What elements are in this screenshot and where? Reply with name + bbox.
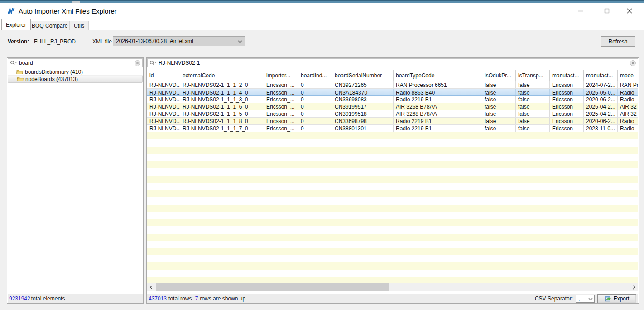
table-cell: RJ-NLNVDS02-1_1_1_7_0 <box>180 125 264 132</box>
table-cell: 0 <box>298 110 332 117</box>
table-cell: Ericsson_... <box>264 103 298 110</box>
xml-file-selected-value: 2026-01-13-06.00.28_AirTel.xml <box>116 38 193 44</box>
column-header-id[interactable]: id <box>147 70 180 81</box>
search-icon <box>8 60 19 66</box>
table-cell: AIR 3268 B78AA <box>394 110 482 117</box>
table-cell: Ericsson_... <box>264 125 298 132</box>
table-cell: false <box>482 118 516 124</box>
table-cell: RJ-NLNVD... <box>147 110 180 117</box>
rows-summary: 437013 total rows. 7 rows are shown up. <box>149 296 247 302</box>
table-row[interactable]: RJ-NLNVD...RJ-NLNVDS02-1_1_1_2_0Ericsson… <box>147 81 638 89</box>
table-cell: 2023-11-0... <box>584 125 618 132</box>
export-button[interactable]: Export <box>597 294 636 303</box>
table-row[interactable]: RJ-NLNVD...RJ-NLNVDS02-1_1_1_4_0Ericsson… <box>147 89 638 96</box>
tab-bar: Explorer BOQ Compare Utils <box>0 19 644 30</box>
table-cell: CN38801301 <box>332 125 394 132</box>
table-cell: RAN Pr <box>618 81 638 88</box>
tree-item[interactable]: nodeBoards (437013) <box>8 76 143 83</box>
table-cell: false <box>516 89 550 95</box>
version-label: Version: <box>8 38 29 45</box>
column-header-boardInd[interactable]: boardInd... <box>298 70 332 81</box>
table-cell: 0 <box>298 125 332 132</box>
table-row[interactable]: RJ-NLNVD...RJ-NLNVDS02-1_1_1_5_0Ericsson… <box>147 110 638 118</box>
table-row[interactable]: RJ-NLNVD...RJ-NLNVDS02-1_1_1_6_0Ericsson… <box>147 103 638 110</box>
table-cell: RJ-NLNVDS02-1_1_1_2_0 <box>180 81 264 88</box>
table-cell: RJ-NLNVDS02-1_1_1_3_0 <box>180 96 264 103</box>
column-header-externalCode[interactable]: externalCode <box>180 70 264 81</box>
clear-search-icon[interactable] <box>132 60 142 66</box>
tree-search-box <box>8 58 143 67</box>
total-rows-count: 437013 <box>149 296 167 302</box>
scrollbar-thumb[interactable] <box>156 283 389 291</box>
table-cell: false <box>482 96 516 103</box>
csv-separator-combobox[interactable]: , <box>576 295 595 303</box>
table-cell: false <box>482 103 516 110</box>
horizontal-scrollbar <box>147 283 638 291</box>
table-cell: false <box>482 81 516 88</box>
column-header-isOdukPr[interactable]: isOdukPr... <box>482 70 516 81</box>
xml-file-combobox[interactable]: 2026-01-13-06.00.28_AirTel.xml <box>113 36 245 46</box>
table-cell: Ericsson <box>550 110 584 117</box>
chevron-down-icon <box>238 40 242 43</box>
table-cell: 2020-06-2... <box>584 96 618 103</box>
table-cell: 0 <box>298 103 332 110</box>
shown-rows-count: 7 <box>195 296 198 302</box>
table-cell: 2025-04-2... <box>584 103 618 110</box>
folder-icon <box>17 76 24 82</box>
table-cell: Ericsson <box>550 96 584 103</box>
tree-item[interactable]: boardsDictionnary (410) <box>8 68 143 76</box>
table-cell: false <box>516 103 550 110</box>
table-cell: Ericsson <box>550 89 584 95</box>
maximize-button[interactable] <box>596 3 617 19</box>
explorer-tab-content: Version: FULL_RJ_PROD XML file 2026-01-1… <box>0 30 644 310</box>
table-search-box <box>147 58 638 67</box>
table-cell: 2024-07-2... <box>584 81 618 88</box>
table-cell: AIR 3268 B78AA <box>394 103 482 110</box>
tree-search-input[interactable] <box>19 59 132 67</box>
tab-boq-compare[interactable]: BOQ Compare <box>27 21 72 30</box>
table-cell: Radio 8863 B40 <box>394 89 482 95</box>
table-cell: 2025-04-2... <box>584 110 618 117</box>
column-header-manufact[interactable]: manufact... <box>550 70 584 81</box>
export-icon <box>605 296 611 302</box>
column-header-isTransp[interactable]: isTransp... <box>516 70 550 81</box>
csv-separator-value: , <box>578 296 580 302</box>
table-cell: RJ-NLNVD... <box>147 118 180 124</box>
column-header-boardTypeCode[interactable]: boardTypeCode <box>394 70 482 81</box>
table-row[interactable]: RJ-NLNVD...RJ-NLNVDS02-1_1_1_7_0Ericsson… <box>147 125 638 132</box>
column-header-mode[interactable]: mode <box>618 70 638 81</box>
column-header-importer[interactable]: importer... <box>264 70 298 81</box>
total-elements-count: 9231942 <box>9 296 30 302</box>
table-cell: 0 <box>298 89 332 95</box>
tab-explorer[interactable]: Explorer <box>1 19 31 30</box>
app-logo-icon <box>7 6 16 15</box>
tree-status-bar: 9231942 total elements. <box>8 294 143 303</box>
xml-file-label: XML file <box>92 38 112 45</box>
table-cell: RJ-NLNVD... <box>147 81 180 88</box>
minimize-button[interactable] <box>570 3 591 19</box>
table-row[interactable]: RJ-NLNVD...RJ-NLNVDS02-1_1_1_3_0Ericsson… <box>147 96 638 103</box>
refresh-button[interactable]: Refresh <box>601 36 635 47</box>
table-cell: false <box>516 110 550 117</box>
table-cell: Radio 2219 B1 <box>394 125 482 132</box>
scroll-right-arrow[interactable] <box>630 283 638 291</box>
folder-icon <box>16 69 23 75</box>
clear-search-icon[interactable] <box>628 60 638 66</box>
title-bar: Auto Importer Xml Files Explorer <box>0 3 644 19</box>
tab-utils[interactable]: Utils <box>69 21 89 30</box>
table-cell: Radio 2219 B1 <box>394 96 482 103</box>
table-cell: RJ-NLNVDS02-1_1_1_8_0 <box>180 118 264 124</box>
column-header-boardSerialNumber[interactable]: boardSerialNumber <box>332 70 394 81</box>
table-cell: RJ-NLNVDS02-1_1_1_5_0 <box>180 110 264 117</box>
close-button[interactable] <box>619 3 640 19</box>
table-row[interactable]: RJ-NLNVD...RJ-NLNVDS02-1_1_1_8_0Ericsson… <box>147 118 638 125</box>
table-cell: Ericsson_... <box>264 96 298 103</box>
table-cell: RAN Processor 6651 <box>394 81 482 88</box>
column-header-manufact[interactable]: manufact... <box>584 70 618 81</box>
table-search-input[interactable] <box>159 59 628 67</box>
table-cell: false <box>516 125 550 132</box>
search-icon <box>148 60 159 66</box>
scroll-left-arrow[interactable] <box>147 283 155 291</box>
export-button-label: Export <box>614 296 630 302</box>
table-cell: CN33698083 <box>332 96 394 103</box>
